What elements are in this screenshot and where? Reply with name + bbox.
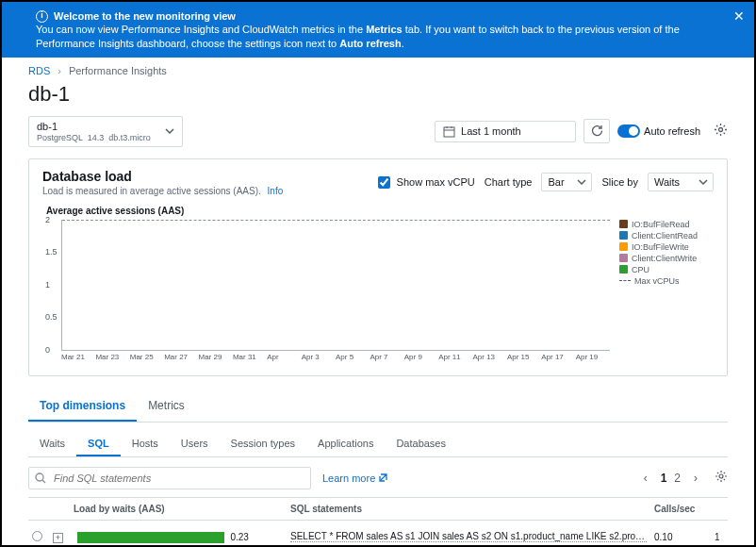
dimtab-applications[interactable]: Applications (306, 432, 385, 456)
show-max-vcpu-checkbox[interactable]: Show max vCPU (374, 174, 475, 191)
row-select[interactable] (32, 531, 42, 541)
breadcrumb-root[interactable]: RDS (28, 65, 50, 76)
load-bar (77, 532, 224, 543)
gear-icon (714, 123, 728, 137)
table-row: +0.23SELECT * FROM sales AS s1 JOIN sale… (28, 521, 728, 547)
learn-more-link[interactable]: Learn more (322, 472, 388, 484)
sql-text[interactable]: SELECT * FROM sales AS s1 JOIN sales AS … (290, 531, 647, 542)
svg-point-4 (719, 128, 723, 132)
pagination: ‹ 12 › (644, 470, 728, 486)
database-load-panel: Database load Load is measured in averag… (28, 158, 728, 376)
page-title: db-1 (28, 82, 728, 107)
legend-item: Max vCPUs (619, 276, 714, 286)
x-tick: Mar 25 (130, 353, 164, 366)
chevron-right-icon: › (58, 65, 61, 76)
time-range-select[interactable]: Last 1 month (435, 121, 576, 142)
aas-chart: 00.511.52 Mar 21Mar 23Mar 25Mar 27Mar 29… (42, 220, 610, 366)
dimtab-sql[interactable]: SQL (76, 432, 121, 456)
x-tick: Apr 3 (302, 353, 336, 366)
chevron-down-icon (577, 177, 586, 187)
page-prev[interactable]: ‹ (644, 472, 648, 485)
info-icon: i (36, 10, 48, 23)
gear-icon (715, 470, 728, 483)
sql-table: Load by waits (AAS) SQL statements Calls… (28, 497, 728, 547)
slice-by-select[interactable]: Waits (648, 173, 714, 191)
y-tick: 1.5 (45, 247, 58, 257)
close-icon[interactable]: ✕ (733, 9, 745, 23)
refresh-icon (590, 124, 603, 138)
breadcrumb: RDS › Performance Insights (28, 65, 728, 76)
chart-title: Average active sessions (AAS) (46, 206, 714, 216)
toggle-switch (617, 124, 640, 138)
x-tick: Apr 13 (473, 353, 507, 366)
dimtab-users[interactable]: Users (170, 432, 220, 456)
settings-button[interactable] (714, 123, 728, 140)
legend-item: IO:BufFileWrite (619, 242, 714, 252)
auto-refresh-label: Auto refresh (644, 125, 700, 137)
db-instance-select[interactable]: db-1 PostgreSQL 14.3 db.t3.micro (28, 116, 183, 147)
table-settings-button[interactable] (715, 470, 728, 486)
x-tick: Apr 11 (438, 353, 472, 366)
panel-subtitle: Load is measured in average active sessi… (42, 186, 261, 196)
chevron-down-icon (698, 177, 708, 187)
y-tick: 0 (45, 345, 50, 355)
info-link[interactable]: Info (268, 186, 284, 196)
legend-item: IO:BufFileRead (619, 220, 714, 229)
auto-refresh-toggle[interactable]: Auto refresh (617, 124, 700, 138)
col-sql[interactable]: SQL statements (287, 498, 650, 520)
row-last: 1 (711, 526, 728, 547)
y-tick: 0.5 (45, 312, 58, 322)
dimension-tabs: WaitsSQLHostsUsersSession typesApplicati… (28, 432, 728, 457)
chevron-down-icon (165, 126, 174, 136)
page-2[interactable]: 2 (674, 472, 681, 485)
chart-legend: IO:BufFileReadClient:ClientReadIO:BufFil… (610, 220, 714, 366)
x-tick: Apr (267, 353, 301, 366)
svg-point-5 (36, 473, 43, 481)
banner-body: You can now view Performance Insights an… (36, 23, 724, 50)
sql-search[interactable] (28, 467, 311, 489)
dimtab-waits[interactable]: Waits (28, 432, 76, 456)
row-expand[interactable]: + (53, 533, 63, 543)
svg-point-7 (719, 474, 723, 478)
calls-value: 0.10 (650, 526, 711, 547)
x-tick: Mar 27 (164, 353, 198, 366)
legend-item: CPU (619, 265, 714, 274)
dimtab-hosts[interactable]: Hosts (121, 432, 170, 456)
search-input[interactable] (52, 472, 304, 485)
x-tick: Apr 19 (576, 353, 610, 366)
chart-type-label: Chart type (485, 176, 533, 188)
dimtab-databases[interactable]: Databases (385, 432, 457, 456)
page-1[interactable]: 1 (661, 472, 667, 485)
x-tick: Mar 23 (95, 353, 129, 366)
x-tick: Apr 15 (507, 353, 541, 366)
time-range-label: Last 1 month (461, 125, 521, 137)
x-tick: Apr 7 (370, 353, 403, 366)
chart-type-select[interactable]: Bar (541, 173, 592, 191)
tab-metrics[interactable]: Metrics (137, 391, 196, 422)
x-tick: Mar 29 (199, 353, 233, 366)
db-instance-name: db-1 (37, 121, 174, 132)
col-load[interactable]: Load by waits (AAS) (70, 498, 287, 520)
svg-rect-0 (444, 127, 454, 137)
panel-title: Database load (42, 169, 283, 184)
x-tick: Apr 5 (336, 353, 370, 366)
page-next[interactable]: › (694, 472, 698, 485)
dimtab-session-types[interactable]: Session types (220, 432, 306, 456)
banner-title: Welcome to the new monitoring view (54, 9, 236, 23)
x-tick: Apr 9 (404, 353, 438, 366)
info-banner: i Welcome to the new monitoring view You… (2, 2, 754, 58)
y-tick: 2 (45, 215, 50, 224)
x-tick: Mar 31 (233, 353, 267, 366)
main-tabs: Top dimensionsMetrics (28, 391, 728, 423)
x-tick: Apr 17 (541, 353, 575, 366)
col-calls[interactable]: Calls/sec (650, 498, 711, 520)
slice-by-label: Slice by (601, 176, 638, 188)
refresh-button[interactable] (583, 119, 610, 143)
legend-item: Client:ClientWrite (619, 254, 714, 263)
calendar-icon (443, 125, 455, 138)
external-link-icon (378, 472, 388, 483)
tab-top-dimensions[interactable]: Top dimensions (28, 391, 137, 422)
search-icon (35, 472, 46, 484)
y-tick: 1 (45, 280, 50, 290)
breadcrumb-current: Performance Insights (69, 65, 167, 76)
